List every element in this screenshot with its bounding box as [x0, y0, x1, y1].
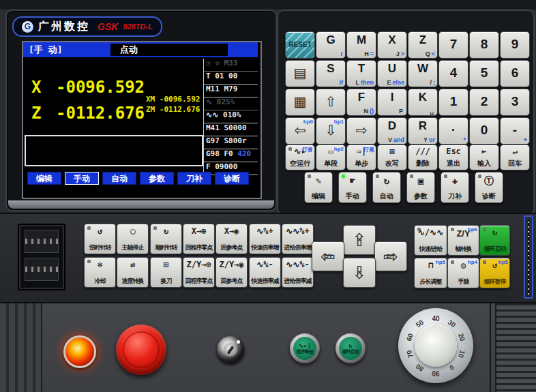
axis-x-name: X [31, 78, 41, 97]
key-U[interactable]: UEelse [377, 60, 407, 87]
single-step-key[interactable]: 行尾⇨|单步 [346, 145, 376, 170]
tool-change-button[interactable]: ⊞换刀 [150, 257, 182, 288]
usb-connector-block [18, 224, 65, 290]
jog-z-minus-button[interactable]: ⇦Z/Y [312, 241, 344, 271]
key-4[interactable]: 4 [438, 60, 468, 87]
model-gsk: GSK [98, 21, 118, 32]
key-X[interactable]: XJ> [377, 31, 407, 59]
feed-override-down-button[interactable]: ∿∿%-进给倍率减 [282, 257, 314, 288]
spindle-ccw-button[interactable]: ↺逆时针转 [84, 224, 116, 254]
axis-switch-button[interactable]: hp6Z/Y轴转换 [447, 225, 479, 256]
mode-manual-key[interactable]: ☛手动 [338, 172, 367, 203]
handwheel-button[interactable]: hp4◎手脉 [447, 258, 479, 288]
led [483, 260, 486, 264]
vent-grille [495, 303, 536, 392]
tab-parameter[interactable]: 参数 [140, 172, 174, 185]
key-3[interactable]: 3 [500, 89, 530, 116]
tab-auto[interactable]: 自动 [102, 172, 136, 185]
x-return-reference-button[interactable]: X→◉回参考点 [215, 224, 248, 254]
led [87, 260, 91, 263]
alter-key[interactable]: ⊠改写 [377, 145, 407, 170]
key-W[interactable]: W/; [408, 60, 438, 87]
key-5[interactable]: 5 [469, 60, 499, 87]
brand-bar: G 广州数控 GSK 928TD-L [12, 16, 162, 37]
key-T[interactable]: TLthen [346, 60, 376, 87]
key-Z[interactable]: ZQ< [408, 31, 438, 59]
escape-key[interactable]: Esc退出 [438, 145, 468, 170]
cycle-pause-key[interactable]: hp5↺循环暂停 [479, 258, 510, 288]
status-row-g98: G98 F0 420 [204, 149, 258, 162]
input-key[interactable]: ⇤输入 [469, 145, 499, 170]
override-dial[interactable]: 40 30 20 10 0 90 80 70 60 50 [398, 308, 473, 383]
cycle-start-key[interactable]: ↻循环启动 [479, 225, 510, 256]
axis-z-name: Z [31, 104, 41, 123]
key-9[interactable]: 9 [500, 31, 530, 59]
feed-override-down-icon: ∿∿%- [282, 260, 313, 269]
key-switch[interactable] [217, 336, 244, 363]
mode-parameter-key[interactable]: ▣参数 [406, 172, 435, 203]
monitor-panel: G 广州数控 GSK 928TD-L [手 动] 点动 X -0096.592 … [5, 10, 277, 211]
cycle-start-loop-icon: ↻ [348, 342, 352, 349]
key-0[interactable]: 0 [469, 117, 499, 145]
spindle-cw-button[interactable]: ↻顺时针转 [150, 224, 182, 254]
reset-key[interactable]: RESET [285, 31, 315, 59]
key-G[interactable]: Gr [316, 31, 346, 59]
cursor-down-key[interactable]: hp1⇩ [316, 117, 346, 145]
key-1[interactable]: 1 [438, 89, 468, 116]
emergency-stop-button[interactable] [116, 325, 166, 375]
tab-manual[interactable]: 手动 [65, 172, 99, 185]
mode-diagnosis-key[interactable]: Ⓣ诊断 [475, 172, 503, 203]
delete-key[interactable]: ///删除 [408, 145, 438, 170]
z-return-program-zero-button[interactable]: Z/Y→⊕回程序零点 [183, 257, 215, 288]
key-8[interactable]: 8 [469, 31, 499, 59]
step-adjust-button[interactable]: hp5⊓步长调整 [414, 258, 447, 288]
program-page-key[interactable]: ▤ [285, 60, 315, 87]
speed-change-button[interactable]: ⇄速度转换 [117, 257, 149, 288]
rapid-feed-toggle-button[interactable]: ∿/∿∿快速/进给 [414, 225, 447, 256]
cycle-start-face: ↻循环启动 [339, 337, 362, 360]
led [342, 175, 345, 178]
mode-auto-key[interactable]: ↻自动 [372, 172, 401, 203]
key-7[interactable]: 7 [438, 31, 468, 59]
tab-edit[interactable]: 编辑 [27, 172, 61, 185]
mode-tool-offset-key[interactable]: ✚刀补 [441, 172, 469, 203]
spindle-stop-button[interactable]: ◯主轴停止 [117, 224, 149, 254]
rapid-override-down-button[interactable]: ∿%-快速倍率减 [249, 257, 281, 288]
coolant-button[interactable]: ✻冷却 [84, 257, 116, 288]
program-release-icon: ∿▸| [299, 342, 311, 349]
key-R[interactable]: RYor [408, 117, 438, 145]
enter-key[interactable]: ↵回车 [500, 145, 530, 170]
jog-x-plus-button[interactable]: ⇧X [343, 225, 376, 255]
rapid-override-up-button[interactable]: ∿%+快速倍率增 [249, 224, 281, 254]
key-S[interactable]: Sif [316, 60, 346, 87]
cursor-right-key[interactable]: ⇨ [346, 117, 376, 145]
z-return-reference-button[interactable]: Z/Y→◉回参考点 [215, 257, 248, 288]
jog-x-minus-button[interactable]: ⇩X [343, 258, 376, 288]
program-release-button[interactable]: ∿▸|程序释放 [290, 333, 320, 363]
document-list-key[interactable]: ▦ [285, 89, 315, 116]
key-2[interactable]: 2 [469, 89, 499, 116]
cursor-left-key[interactable]: hp0⇦ [285, 117, 315, 145]
dry-run-key[interactable]: 行首∿▸空运行 [285, 145, 315, 170]
key-F[interactable]: FN() [346, 89, 376, 116]
feed-override-up-button[interactable]: ∿∿%+进给倍率增 [282, 224, 314, 254]
crt-screen: [手 动] 点动 X -0096.592 Z -0112.676 XM -009… [22, 41, 262, 199]
jog-z-plus-button[interactable]: ⇨Z/Y [374, 241, 407, 271]
cycle-start-physical-button[interactable]: ↻循环启动 [336, 333, 366, 363]
mode-edit-key[interactable]: ✎编辑 [304, 172, 333, 203]
key-6[interactable]: 6 [500, 60, 530, 87]
tab-diagnosis[interactable]: 诊断 [215, 172, 249, 185]
machine-coord-xm: XM -0096.592 [146, 95, 200, 104]
key-decimal-point[interactable]: ·* [438, 117, 468, 145]
single-block-key[interactable]: hp2▭单段 [316, 145, 346, 170]
document-lines-icon: ▦ [286, 93, 314, 110]
key-I[interactable]: IP [377, 89, 407, 116]
x-return-program-zero-button[interactable]: X→⊕回程序零点 [183, 224, 215, 254]
cursor-up-key[interactable]: ⇧ [316, 89, 346, 116]
tab-tool-offset[interactable]: 刀补 [177, 172, 211, 185]
key-K[interactable]: K␣ [408, 89, 438, 116]
dial-knob[interactable] [415, 325, 457, 367]
key-M[interactable]: MH= [346, 31, 376, 59]
key-D[interactable]: DVand [377, 117, 407, 145]
key-minus[interactable]: -+ [500, 117, 530, 145]
